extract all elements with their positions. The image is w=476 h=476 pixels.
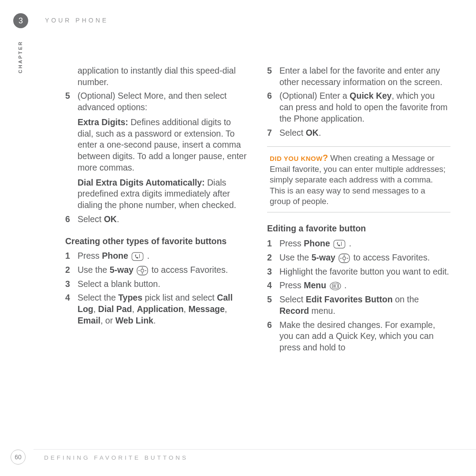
- step-b3: 3 Highlight the favorite button you want…: [267, 266, 450, 278]
- option-extra-digits: Extra Digits: Defines additional digits …: [78, 117, 249, 174]
- step-number: 4: [65, 292, 78, 326]
- footer-rule: [33, 449, 476, 450]
- callout-label: DID YOU KNOW: [270, 155, 323, 162]
- option-dial-auto: Dial Extra Digits Automatically: Dials p…: [78, 177, 249, 211]
- step-b1: 1 Press Phone .: [267, 238, 450, 249]
- step-7-right: 7 Select OK.: [267, 127, 450, 139]
- step-body: Highlight the favorite button you want t…: [279, 266, 450, 278]
- step-b4: 4 Press Menu .: [267, 280, 450, 291]
- step-a4: 4 Select the Types pick list and select …: [65, 292, 249, 326]
- step-a3: 3 Select a blank button.: [65, 279, 249, 290]
- five-way-icon: [137, 266, 148, 275]
- step-6-left: 6 Select OK.: [65, 214, 249, 225]
- section-heading-creating: Creating other types of favorite buttons: [65, 236, 249, 247]
- step-number: 1: [65, 250, 78, 262]
- step-body: Make the desired changes. For example, y…: [279, 320, 450, 353]
- step-body: Select OK.: [78, 214, 249, 225]
- step-body: Select the Types pick list and select Ca…: [78, 292, 249, 326]
- option-label: Dial Extra Digits Automatically:: [78, 178, 205, 187]
- section-heading-editing: Editing a favorite button: [267, 223, 450, 234]
- step-body: Select Edit Favorites Button on the Reco…: [279, 294, 450, 316]
- menu-icon: [330, 282, 341, 290]
- five-way-icon: [338, 253, 350, 263]
- step-body: Use the 5-way to access Favorites.: [279, 252, 450, 264]
- right-column: 5 Enter a label for the favorite and ent…: [267, 65, 450, 432]
- left-column: application to instantly dial this speed…: [65, 65, 249, 432]
- step-number: 6: [267, 90, 279, 124]
- page-content: application to instantly dial this speed…: [65, 65, 450, 432]
- chapter-number-badge: 3: [13, 13, 28, 28]
- step-body: Press Phone .: [78, 250, 249, 262]
- step-number: 1: [267, 238, 279, 249]
- chapter-number: 3: [19, 16, 23, 26]
- step-body: (Optional) Select More, and then select …: [78, 90, 249, 113]
- svg-point-2: [141, 269, 144, 272]
- step-body: Select OK.: [279, 127, 450, 139]
- step-number: 7: [267, 127, 279, 139]
- step-b5: 5 Select Edit Favorites Button on the Re…: [267, 294, 450, 316]
- svg-rect-0: [132, 253, 143, 260]
- svg-rect-3: [334, 240, 345, 248]
- step-body: Use the 5-way to access Favorites.: [78, 264, 249, 276]
- step-body: Select a blank button.: [78, 279, 249, 290]
- step-a1: 1 Press Phone .: [65, 250, 249, 262]
- step-5-left: 5 (Optional) Select More, and then selec…: [65, 90, 249, 113]
- step-number: 5: [267, 65, 279, 88]
- step-number: 4: [267, 280, 279, 291]
- did-you-know-callout: DID YOU KNOW? When creating a Message or…: [267, 146, 450, 212]
- chapter-vertical-label: CHAPTER: [18, 41, 23, 73]
- step-6-right: 6 (Optional) Enter a Quick Key, which yo…: [267, 90, 450, 124]
- step-body: Press Phone .: [279, 238, 450, 249]
- step-a2: 2 Use the 5-way to access Favorites.: [65, 264, 249, 276]
- callout-question-mark: ?: [323, 153, 328, 163]
- header-title: YOUR PHONE: [45, 17, 108, 24]
- option-label: Extra Digits:: [78, 117, 128, 127]
- step-body: Press Menu .: [279, 280, 450, 291]
- step-number: 5: [65, 90, 78, 113]
- step-5-right: 5 Enter a label for the favorite and ent…: [267, 65, 450, 88]
- step-b6: 6 Make the desired changes. For example,…: [267, 320, 450, 353]
- footer-title: DEFINING FAVORITE BUTTONS: [44, 454, 188, 461]
- phone-icon: [131, 252, 144, 261]
- step-number: 6: [267, 320, 279, 353]
- svg-point-5: [343, 257, 346, 260]
- step-number: 3: [267, 266, 279, 278]
- phone-icon: [333, 240, 346, 249]
- step-b2: 2 Use the 5-way to access Favorites.: [267, 252, 450, 264]
- step-number: 2: [267, 252, 279, 264]
- step-body: (Optional) Enter a Quick Key, which you …: [279, 90, 450, 124]
- page-number: 60: [15, 454, 22, 461]
- step-number: 3: [65, 279, 78, 290]
- page-number-badge: 60: [11, 450, 26, 465]
- step-number: 5: [267, 294, 279, 316]
- step-number: 2: [65, 264, 78, 276]
- step-number: 6: [65, 214, 78, 225]
- step-body: Enter a label for the favorite and enter…: [279, 65, 450, 88]
- intro-continuation: application to instantly dial this speed…: [78, 65, 249, 88]
